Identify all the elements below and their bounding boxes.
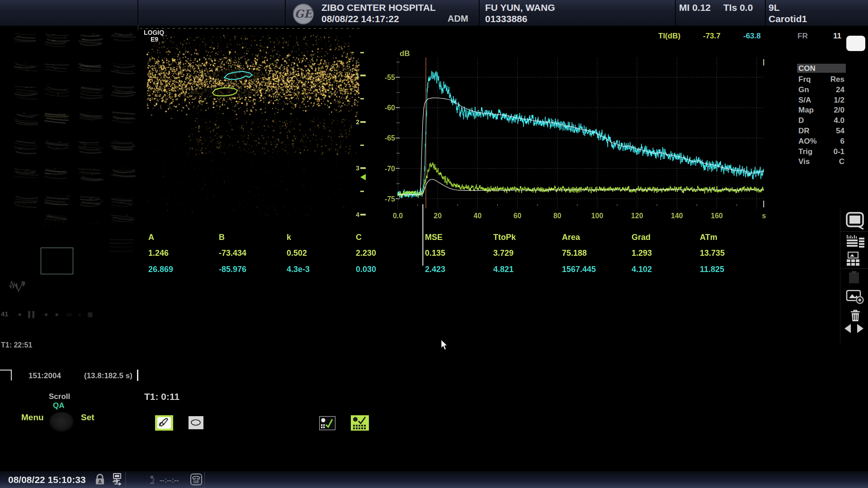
icon-column-divider	[840, 208, 840, 343]
call-timer: --:--:--	[160, 476, 179, 484]
qa-result-button[interactable]	[319, 416, 335, 430]
clipboard-icon[interactable]	[847, 271, 863, 285]
save-image-icon[interactable]	[845, 288, 866, 305]
svg-text:140: 140	[671, 212, 683, 220]
lock-icon: A	[94, 473, 106, 486]
dots-icon	[321, 424, 325, 428]
svg-text:-70: -70	[385, 165, 395, 173]
roi-dot-icon	[321, 418, 326, 422]
svg-text:40: 40	[474, 212, 482, 220]
svg-text:20: 20	[434, 212, 442, 220]
col-header: B	[219, 233, 225, 242]
roi-dot-icon	[353, 417, 358, 422]
timer-t1-current: T1: 0:11	[144, 391, 179, 402]
system-datetime: 08/08/22 15:10:33	[8, 474, 86, 485]
svg-text:-65: -65	[385, 134, 395, 142]
network-icon	[111, 473, 123, 486]
qa-table-button[interactable]	[351, 415, 369, 431]
monitor-icon[interactable]	[845, 211, 865, 230]
svg-text:dB: dB	[400, 49, 410, 58]
curve-check-icon	[326, 419, 332, 427]
scroll-label[interactable]: Scroll	[49, 392, 70, 401]
svg-text:-60: -60	[385, 104, 395, 112]
col-header: Area	[562, 233, 580, 242]
dots-icon	[353, 425, 366, 429]
col-header: Grad	[632, 233, 651, 242]
svg-text:A: A	[98, 479, 102, 484]
page-next-icon	[857, 324, 863, 333]
col-header: ATm	[700, 233, 717, 242]
tic-chart: dB-55-60-65-70-750.020406080100120140160…	[0, 0, 868, 488]
svg-text:GE: GE	[193, 479, 199, 484]
status-bar: 08/08/22 15:10:33 A --:--:-- GE	[0, 471, 868, 488]
icon-column-divider	[840, 268, 868, 269]
qa-label[interactable]: QA	[53, 401, 65, 410]
mic-icon	[148, 475, 158, 485]
trackball[interactable]	[49, 412, 74, 432]
mouse-cursor	[441, 339, 449, 351]
svg-text:160: 160	[711, 212, 723, 220]
svg-text:100: 100	[591, 212, 604, 220]
ge-service-icon: GE	[190, 474, 202, 485]
trace-tool-button[interactable]	[155, 415, 173, 431]
col-header: MSE	[425, 233, 443, 242]
svg-text:s: s	[762, 212, 766, 220]
page-prev-icon	[844, 324, 851, 333]
image-table-icon[interactable]	[845, 251, 865, 267]
col-header: TtoPk	[493, 233, 516, 242]
histogram-table-icon[interactable]	[845, 234, 865, 249]
svg-text:0.0: 0.0	[393, 212, 403, 220]
cine-bracket	[0, 370, 12, 380]
svg-text:-75: -75	[385, 195, 395, 203]
screen: GE ZIBO CENTER HOSPITAL 08/08/22 14:17:2…	[0, 0, 868, 488]
svg-text:120: 120	[631, 212, 643, 220]
menu-button[interactable]: Menu	[21, 413, 44, 422]
ellipse-tool-button[interactable]	[189, 416, 203, 429]
col-header: A	[148, 233, 154, 242]
col-header: k	[287, 233, 291, 242]
svg-text:-55: -55	[385, 74, 395, 81]
time-range: (13.8:182.5 s)	[84, 371, 132, 380]
cine-cursor	[137, 370, 138, 381]
ellipse-icon	[191, 420, 200, 425]
statusbar-divider	[125, 472, 126, 488]
curve-check-icon	[359, 417, 365, 423]
svg-text:80: 80	[553, 212, 561, 220]
set-button[interactable]: Set	[81, 413, 94, 422]
statusbar-divider	[204, 472, 205, 488]
page-arrows[interactable]	[842, 323, 866, 334]
frame-info: 151:2004	[28, 371, 61, 380]
col-header: C	[356, 233, 362, 242]
icon-column-divider	[840, 231, 868, 232]
svg-text:60: 60	[514, 212, 522, 220]
trash-icon[interactable]	[848, 308, 863, 323]
